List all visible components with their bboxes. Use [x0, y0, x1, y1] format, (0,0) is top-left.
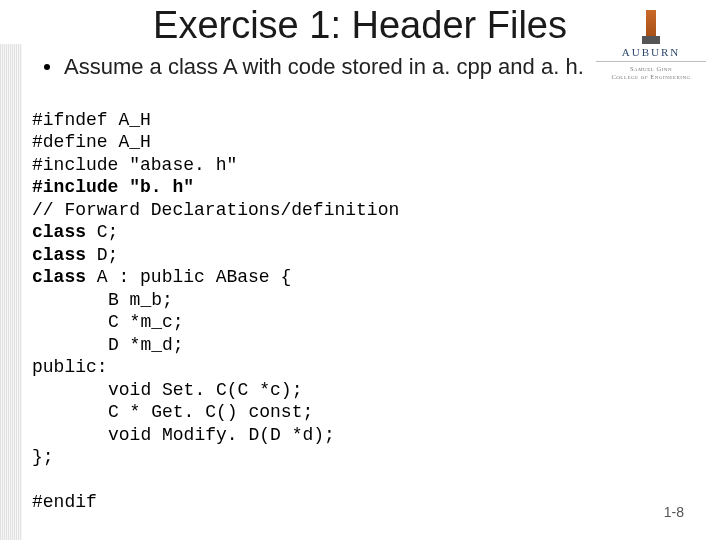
auburn-logo: AUBURN Samuel Ginn College of Engineerin…	[596, 10, 706, 81]
code-line-6b: C;	[86, 222, 118, 242]
code-line-16: };	[32, 447, 54, 467]
code-line-6a: class	[32, 222, 86, 242]
logo-rule	[596, 61, 706, 62]
code-line-3: #include "abase. h"	[32, 155, 237, 175]
code-line-15: void Modify. D(D *d);	[32, 424, 335, 447]
bullet-line: Assume a class A with code stored in a. …	[44, 54, 600, 80]
code-line-8b: A : public ABase {	[86, 267, 291, 287]
code-line-8a: class	[32, 267, 86, 287]
code-line-18: #endif	[32, 492, 97, 512]
code-block: #ifndef A_H #define A_H #include "abase.…	[32, 86, 590, 514]
code-line-7a: class	[32, 245, 86, 265]
page-number: 1-8	[664, 504, 684, 520]
code-line-2: #define A_H	[32, 132, 151, 152]
code-line-11: D *m_d;	[32, 334, 184, 357]
code-line-14: C * Get. C() const;	[32, 401, 313, 424]
code-line-9: B m_b;	[32, 289, 173, 312]
code-line-1: #ifndef A_H	[32, 110, 151, 130]
tower-icon	[642, 10, 660, 44]
code-line-4: #include "b. h"	[32, 177, 194, 197]
code-line-10: C *m_c;	[32, 311, 184, 334]
bullet-dot-icon	[44, 64, 50, 70]
code-line-12: public:	[32, 357, 108, 377]
logo-sub1: Samuel Ginn	[596, 65, 706, 73]
logo-name: AUBURN	[596, 46, 706, 58]
logo-sub2: College of Engineering	[596, 73, 706, 81]
code-line-13: void Set. C(C *c);	[32, 379, 302, 402]
slide: Exercise 1: Header Files AUBURN Samuel G…	[0, 0, 720, 540]
code-line-7b: D;	[86, 245, 118, 265]
bullet-text: Assume a class A with code stored in a. …	[64, 54, 584, 80]
left-rail-decoration	[0, 44, 22, 540]
code-line-5: // Forward Declarations/definition	[32, 200, 399, 220]
